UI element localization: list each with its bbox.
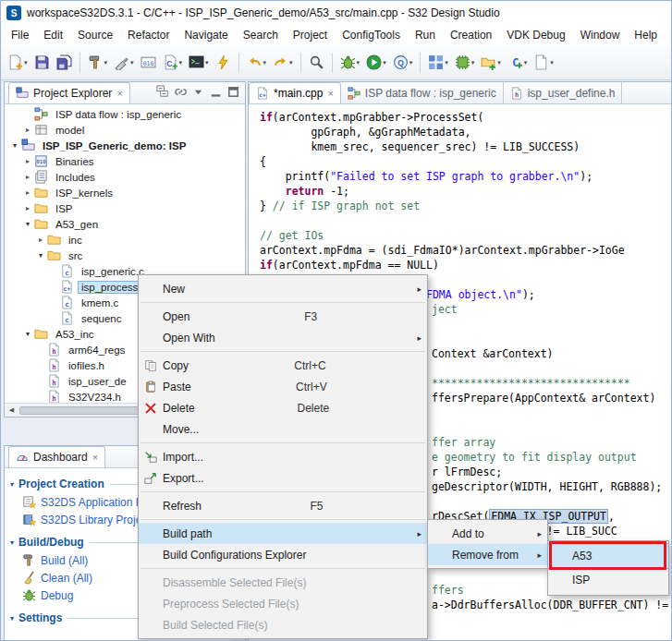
flash-button[interactable]: [213, 51, 234, 75]
tree-item-inc[interactable]: ▸inc: [5, 232, 245, 248]
tree-item-includes[interactable]: ▸Includes: [5, 169, 245, 185]
menu-item-refresh[interactable]: RefreshF5: [139, 495, 427, 516]
menu-item-a53[interactable]: A53: [548, 544, 668, 568]
minimize-button[interactable]: [209, 85, 224, 100]
minimize-icon: [209, 85, 223, 99]
menu-item-build-configurations-explorer[interactable]: Build Configurations Explorer: [139, 544, 427, 565]
collapsed-arrow-icon[interactable]: ▸: [21, 188, 34, 197]
code-segment: (arContext.mpFdma == NULL): [273, 259, 439, 272]
console-button[interactable]: ▾: [186, 51, 212, 75]
menu-item-open-with[interactable]: Open With▸: [139, 327, 427, 348]
collapsed-arrow-icon[interactable]: ▸: [34, 236, 47, 244]
menu-run[interactable]: Run: [408, 26, 443, 44]
expanded-arrow-icon[interactable]: ▾: [34, 251, 47, 260]
menu-shortcut: Delete: [275, 402, 330, 415]
new-button[interactable]: ▾: [5, 51, 31, 75]
editor-tab-isp-data-flow-isp-generic[interactable]: ISP data flow : isp_generic: [341, 82, 504, 103]
tree-item-a53-gen[interactable]: ▾A53_gen: [5, 216, 245, 232]
menu-item-open[interactable]: OpenF3: [139, 306, 427, 327]
code-line: printf("Failed to set ISP graph to grabb…: [260, 169, 593, 184]
copy-icon: [139, 359, 163, 372]
menu-item-import[interactable]: Import...: [139, 446, 427, 467]
tree-item-isp-kernels[interactable]: ▸ISP_kernels: [5, 185, 245, 200]
menu-item-copy[interactable]: CopyCtrl+C: [139, 355, 427, 376]
menu-help[interactable]: Help: [627, 26, 665, 44]
build-button[interactable]: ▾: [85, 51, 111, 75]
menu-navigate[interactable]: Navigate: [177, 26, 235, 44]
save-button[interactable]: [31, 51, 53, 75]
menu-item-add-to[interactable]: Add to▸: [428, 523, 547, 544]
redo-dropdown-icon: ▾: [289, 59, 293, 67]
tree-item-src[interactable]: ▾src: [5, 248, 245, 263]
tree-item-label: kmem.c: [78, 296, 122, 309]
menu-refactor[interactable]: Refactor: [120, 26, 177, 44]
menu-shortcut: Ctrl+V: [274, 381, 327, 393]
save-all-button[interactable]: [54, 51, 75, 75]
tree-item-model[interactable]: ▸model: [5, 122, 245, 138]
menu-source[interactable]: Source: [70, 26, 120, 44]
memory-button[interactable]: ▾: [452, 51, 478, 75]
menu-configtools[interactable]: ConfigTools: [335, 26, 408, 44]
code-segment: arContext.mpFdma = (sdi_FdmaIO*)arContex…: [260, 244, 625, 257]
menu-creation[interactable]: Creation: [443, 26, 499, 44]
tree-item-binaries[interactable]: ▸010Binaries: [5, 153, 245, 169]
debug-button[interactable]: ▾: [337, 51, 363, 75]
binary-button[interactable]: 010: [138, 51, 159, 75]
menu-edit[interactable]: Edit: [36, 26, 70, 44]
code-line: e geometry to fit display output: [432, 450, 637, 465]
collapsed-arrow-icon[interactable]: ▸: [21, 126, 34, 134]
menu-project[interactable]: Project: [286, 26, 335, 44]
expanded-arrow-icon[interactable]: ▾: [21, 330, 34, 338]
new-folder-button[interactable]: ▾: [478, 51, 504, 75]
menu-item-isp[interactable]: ISP: [548, 568, 668, 592]
maximize-button[interactable]: [226, 85, 241, 100]
page-icon: [533, 54, 549, 70]
search-button[interactable]: [306, 51, 327, 75]
knife-button[interactable]: ▾: [111, 51, 137, 75]
windows-button[interactable]: ▾: [425, 51, 451, 75]
menu-search[interactable]: Search: [236, 26, 286, 44]
run-button[interactable]: ▾: [363, 51, 389, 75]
menu-vdk-debug[interactable]: VDK Debug: [499, 26, 572, 44]
menu-window[interactable]: Window: [573, 26, 628, 44]
editor-tab-isp-user-define-h[interactable]: hisp_user_define.h: [504, 82, 623, 103]
collapsed-arrow-icon[interactable]: ▸: [21, 173, 34, 181]
menu-item-delete[interactable]: DeleteDelete: [139, 397, 427, 418]
collapsed-arrow-icon[interactable]: ▸: [21, 204, 34, 212]
close-icon[interactable]: ×: [327, 89, 333, 99]
close-icon[interactable]: ×: [92, 453, 98, 463]
tab-project-explorer[interactable]: Project Explorer ×: [8, 82, 130, 103]
new-c-button[interactable]: C▾: [160, 51, 186, 75]
expanded-arrow-icon[interactable]: ▾: [8, 141, 21, 150]
scroll-left-icon[interactable]: ◀: [5, 406, 18, 414]
menu-item-remove-from[interactable]: Remove from▸: [428, 544, 547, 565]
menu-item-export[interactable]: Export...: [139, 467, 427, 489]
tree-item-isp[interactable]: ▸ISP: [5, 200, 245, 216]
undo-button[interactable]: ▾: [244, 51, 270, 75]
code-segment: *******************************: [432, 377, 630, 390]
menu-item-new[interactable]: New▸: [139, 278, 427, 299]
collapsed-arrow-icon[interactable]: ▸: [21, 157, 34, 165]
tree-item-isp-isp-generic-demo-isp[interactable]: ▾ISP_ISP_Generic_demo: ISP: [5, 138, 245, 153]
profile-dropdown-icon: ▾: [409, 59, 413, 67]
menu-item-build-path[interactable]: Build path▸: [139, 523, 427, 544]
menu-file[interactable]: File: [4, 26, 36, 44]
page-button[interactable]: ▾: [531, 51, 556, 75]
profile-button[interactable]: Q▾: [390, 51, 416, 75]
tab-dashboard[interactable]: Dashboard ×: [8, 446, 105, 467]
link-button[interactable]: [174, 85, 189, 100]
editor-tab-main-cpp[interactable]: c+*main.cpp×: [249, 82, 341, 103]
close-icon[interactable]: ×: [116, 89, 122, 99]
c-gen-button[interactable]: C▾: [505, 51, 531, 75]
save-all-icon: [56, 54, 72, 70]
menu-item-paste[interactable]: PasteCtrl+V: [139, 376, 427, 397]
code-segment: "Failed to set ISP graph to grabber.\n": [330, 170, 580, 183]
toolbar-separator: [332, 53, 333, 73]
menu-item-move[interactable]: Move...: [139, 418, 427, 440]
redo-button[interactable]: ▾: [270, 51, 296, 75]
tree-item-isp-data-flow-isp-generic[interactable]: ISP data flow : isp_generic: [5, 106, 245, 122]
view-menu-button[interactable]: [191, 85, 206, 100]
code-segment: ,: [608, 510, 615, 523]
expanded-arrow-icon[interactable]: ▾: [21, 220, 34, 228]
collapse-all-button[interactable]: [156, 85, 171, 100]
